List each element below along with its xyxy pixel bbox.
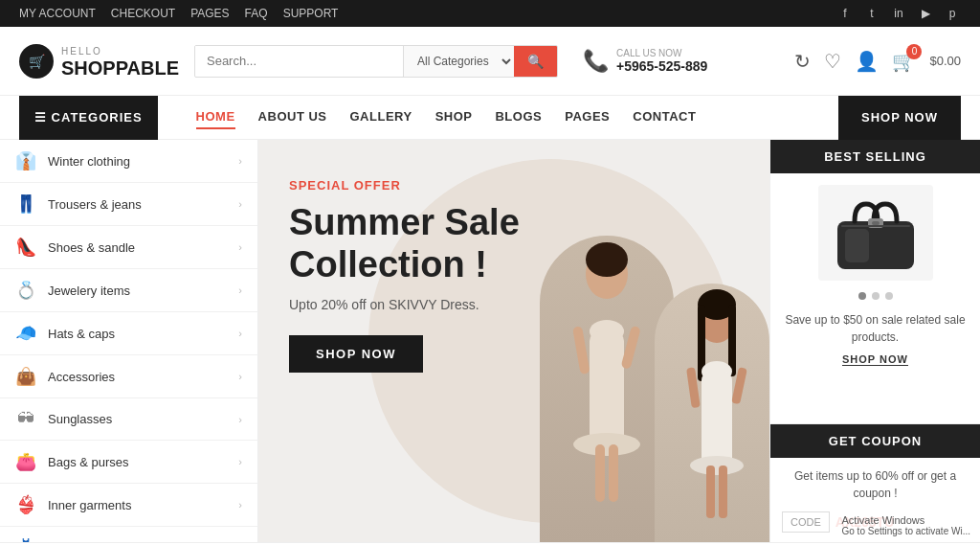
twitter-icon[interactable]: t xyxy=(863,5,880,22)
logo-text: HELLO SHOPPABLE xyxy=(61,42,179,79)
category-select[interactable]: All Categories xyxy=(403,46,514,77)
main-layout: 👔 Winter clothing › 👖 Trousers & jeans ›… xyxy=(0,140,980,542)
chevron-icon: › xyxy=(238,328,242,339)
hero-title: Summer Sale Collection ! xyxy=(289,202,520,285)
sidebar-label-winter-clothing: Winter clothing xyxy=(48,154,130,169)
top-bar: MY ACCOUNT CHECKOUT PAGES FAQ SUPPORT f … xyxy=(0,0,980,27)
checkout-link[interactable]: CHECKOUT xyxy=(111,7,175,20)
nav-gallery[interactable]: GALLERY xyxy=(350,105,412,129)
chevron-icon: › xyxy=(238,456,242,467)
youtube-icon[interactable]: ▶ xyxy=(917,5,934,22)
accessories-icon: 👜 xyxy=(15,366,36,387)
svg-rect-16 xyxy=(706,466,715,518)
sidebar-label-sunglasses: Sunglasses xyxy=(48,412,112,426)
my-account-link[interactable]: MY ACCOUNT xyxy=(19,7,96,20)
facebook-icon[interactable]: f xyxy=(836,5,854,22)
garments-icon: 👙 xyxy=(15,494,36,515)
sidebar-label-trousers: Trousers & jeans xyxy=(48,197,142,212)
hero-cta-button[interactable]: SHOP NOW xyxy=(289,335,423,373)
sidebar-item-trousers-jeans[interactable]: 👖 Trousers & jeans › xyxy=(0,183,257,226)
sidebar-label-hats: Hats & caps xyxy=(48,327,115,341)
best-selling-description: Save up to $50 on sale related sale prod… xyxy=(782,311,969,346)
sidebar-label-jewelery: Jewelery items xyxy=(48,284,130,298)
sidebar: 👔 Winter clothing › 👖 Trousers & jeans ›… xyxy=(0,140,258,542)
sidebar-item-bags[interactable]: 👛 Bags & purses › xyxy=(0,441,257,484)
hero-content: SPECIAL OFFER Summer Sale Collection ! U… xyxy=(289,178,520,373)
nav-blogs[interactable]: BLOGS xyxy=(495,105,542,129)
nav-shop[interactable]: SHOP xyxy=(435,105,473,129)
nav-about[interactable]: ABOUT US xyxy=(258,105,327,129)
chevron-icon: › xyxy=(238,198,242,210)
wishlist-icon[interactable]: ♡ xyxy=(824,50,841,73)
sidebar-label-dresses: Beige Dresses xyxy=(48,541,129,543)
sidebar-item-shoes[interactable]: 👠 Shoes & sandle › xyxy=(0,226,257,269)
hero-section: SPECIAL OFFER Summer Sale Collection ! U… xyxy=(258,140,769,542)
sidebar-item-sunglasses[interactable]: 🕶 Sunglasses › xyxy=(0,398,257,441)
bags-icon: 👛 xyxy=(15,451,36,472)
phone-icon: 📞 xyxy=(583,49,609,74)
coupon-code-label: CODE xyxy=(782,511,830,533)
coupon-header: GET COUPON xyxy=(770,424,980,458)
dot-2[interactable] xyxy=(872,292,880,300)
dresses-icon: 👗 xyxy=(15,537,36,542)
search-bar[interactable]: All Categories 🔍 xyxy=(194,45,558,78)
shoes-icon: 👠 xyxy=(15,237,36,258)
winter-clothing-icon: 👔 xyxy=(15,150,36,171)
coupon-section: GET COUPON Get items up to 60% off or ge… xyxy=(770,423,980,542)
hero-models xyxy=(540,140,769,542)
svg-point-4 xyxy=(573,433,640,456)
refresh-icon[interactable]: ↻ xyxy=(794,50,811,73)
instagram-icon[interactable]: in xyxy=(890,5,907,22)
svg-rect-23 xyxy=(872,221,880,225)
sidebar-label-accessories: Accessories xyxy=(48,370,115,384)
categories-button[interactable]: ☰ CATEGORIES xyxy=(19,96,158,140)
header: 🛒 HELLO SHOPPABLE All Categories 🔍 📞 CAL… xyxy=(0,27,980,96)
dot-1[interactable] xyxy=(858,292,866,300)
pinterest-icon[interactable]: p xyxy=(944,5,961,22)
faq-link[interactable]: FAQ xyxy=(245,7,268,20)
account-icon[interactable]: 👤 xyxy=(855,50,879,73)
hero-offer-label: SPECIAL OFFER xyxy=(289,178,520,193)
svg-point-1 xyxy=(586,242,628,277)
sunglasses-icon: 🕶 xyxy=(15,409,36,429)
chevron-icon: › xyxy=(238,241,242,253)
sidebar-item-jewelery[interactable]: 💍 Jewelery items › xyxy=(0,269,257,312)
svg-rect-7 xyxy=(572,326,590,375)
best-selling-shop-link[interactable]: SHOP NOW xyxy=(842,353,908,366)
categories-label: ☰ CATEGORIES xyxy=(34,110,143,125)
sidebar-item-hats[interactable]: 🧢 Hats & caps › xyxy=(0,312,257,355)
svg-rect-6 xyxy=(609,444,618,502)
sidebar-label-garments: Inner garments xyxy=(48,498,131,512)
shop-now-button[interactable]: SHOP NOW xyxy=(838,96,961,140)
chevron-icon: › xyxy=(238,499,242,511)
svg-rect-21 xyxy=(845,229,869,262)
activate-windows-overlay: Activate Windows Go to Settings to activ… xyxy=(832,509,980,542)
chevron-icon: › xyxy=(238,414,242,425)
sidebar-item-winter-clothing[interactable]: 👔 Winter clothing › xyxy=(0,140,257,183)
header-icons: ↻ ♡ 👤 🛒 0 $0.00 xyxy=(794,50,961,73)
cart-icon[interactable]: 🛒 0 xyxy=(892,50,916,73)
nav-pages[interactable]: PAGES xyxy=(565,105,610,129)
pages-link[interactable]: PAGES xyxy=(190,7,229,20)
logo[interactable]: 🛒 HELLO SHOPPABLE xyxy=(19,42,179,79)
dot-3[interactable] xyxy=(885,292,893,300)
sidebar-item-beige-dresses[interactable]: 👗 Beige Dresses › xyxy=(0,527,257,542)
hero-subtitle: Upto 20% off on SKIVVY Dress. xyxy=(289,297,520,312)
cart-price: $0.00 xyxy=(929,54,961,68)
svg-rect-3 xyxy=(590,331,624,446)
support-link[interactable]: SUPPORT xyxy=(283,7,339,20)
search-button[interactable]: 🔍 xyxy=(514,46,557,77)
nav-contact[interactable]: CONTACT xyxy=(633,105,696,129)
jewelery-icon: 💍 xyxy=(15,280,36,301)
cart-badge: 0 xyxy=(906,44,922,59)
svg-rect-17 xyxy=(719,466,727,518)
chevron-icon: › xyxy=(238,155,242,167)
top-bar-links: MY ACCOUNT CHECKOUT PAGES FAQ SUPPORT xyxy=(19,7,338,20)
sidebar-label-shoes: Shoes & sandle xyxy=(48,240,135,255)
sidebar-item-inner-garments[interactable]: 👙 Inner garments › xyxy=(0,484,257,527)
search-input[interactable] xyxy=(195,46,403,76)
nav-home[interactable]: HOME xyxy=(196,105,235,129)
sidebar-item-accessories[interactable]: 👜 Accessories › xyxy=(0,355,257,398)
svg-rect-12 xyxy=(728,305,736,376)
sidebar-label-bags: Bags & purses xyxy=(48,455,129,469)
